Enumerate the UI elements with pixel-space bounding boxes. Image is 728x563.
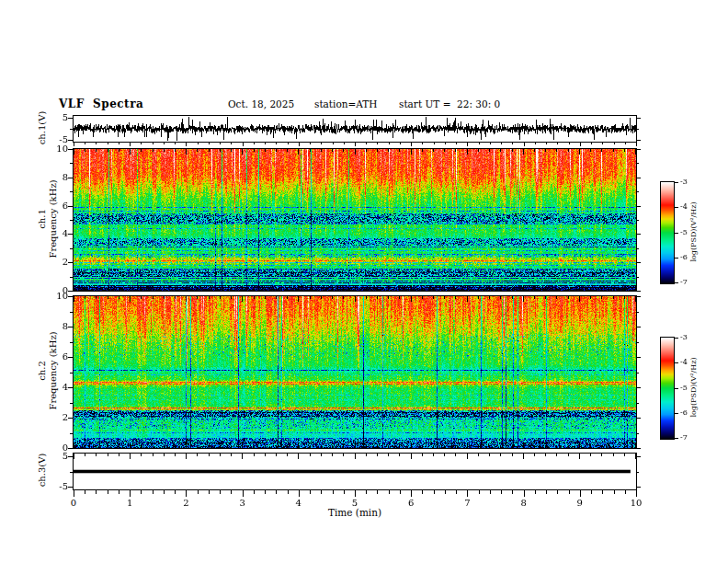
x-axis-tick: [456, 490, 457, 494]
x-axis-tick: [85, 142, 85, 144]
y-tick-label: 2: [46, 258, 68, 267]
x-axis-tick: [209, 142, 210, 144]
x-axis-tick: [164, 490, 165, 494]
page-title: VLF Spectra: [59, 98, 143, 110]
x-axis-tick: [96, 490, 97, 494]
colorbar-tick: [675, 362, 678, 363]
x-axis-tick: [243, 142, 244, 146]
vlf-spectra-figure: VLF Spectra Oct. 18, 2025 station=ATH st…: [0, 0, 728, 563]
y-axis-tick: [636, 327, 641, 327]
x-tick-label: 9: [569, 499, 591, 508]
x-axis-tick: [636, 142, 637, 146]
y-axis-tick: [636, 118, 641, 119]
y-axis-tick: [636, 220, 639, 221]
x-axis-tick: [231, 142, 232, 144]
x-tick-label: 1: [119, 499, 141, 508]
y-axis-tick: [68, 234, 73, 235]
y-axis-tick: [636, 163, 639, 164]
x-axis-tick: [400, 490, 401, 494]
station-label: station=ATH: [314, 98, 378, 109]
colorbar-1: [660, 181, 675, 284]
colorbar-tick: [675, 338, 678, 339]
x-axis-tick: [557, 490, 558, 494]
x-tick-label: 2: [175, 499, 197, 508]
x-axis-tick: [333, 490, 334, 494]
y-axis-tick: [636, 312, 639, 313]
x-axis-tick: [524, 142, 525, 146]
x-axis-tick: [198, 490, 199, 494]
ch1-spectrogram-canvas: [74, 149, 636, 291]
y-axis-tick: [68, 149, 73, 150]
x-axis-tick: [164, 142, 165, 144]
y-axis-tick: [70, 433, 73, 434]
x-axis-tick: [108, 142, 108, 144]
x-axis-tick: [344, 142, 345, 144]
x-axis-tick: [108, 490, 108, 494]
x-axis-label: Time (min): [309, 507, 401, 518]
x-tick-label: 5: [344, 499, 366, 508]
x-axis-tick: [535, 490, 536, 494]
y-axis-tick: [636, 373, 639, 373]
x-axis-tick: [422, 490, 423, 494]
x-axis-tick: [130, 142, 131, 146]
y-tick-label: 10: [46, 292, 68, 301]
y-axis-tick: [68, 291, 73, 292]
x-axis-tick: [254, 142, 255, 144]
x-tick-label: 0: [63, 499, 85, 508]
y-axis-tick: [70, 277, 73, 278]
y-axis-tick: [68, 418, 73, 419]
x-axis-tick: [198, 142, 199, 144]
ch1-waveform-panel: [73, 115, 637, 143]
x-axis-tick: [119, 142, 119, 144]
colorbar-tick-label: -4: [680, 203, 697, 211]
x-axis-tick: [614, 142, 615, 144]
x-axis-tick: [467, 490, 468, 497]
x-axis-tick: [546, 142, 547, 144]
y-axis-tick: [636, 296, 641, 297]
ch2-spectrogram-panel: [73, 295, 637, 449]
x-axis-tick: [276, 490, 277, 494]
y-axis-tick: [70, 129, 73, 130]
x-axis-tick: [434, 490, 435, 494]
y-axis-tick: [636, 248, 639, 249]
y-axis-tick: [70, 373, 73, 373]
y-axis-tick: [636, 448, 641, 449]
x-axis-tick: [479, 142, 480, 144]
colorbar-tick-label: -3: [680, 178, 697, 186]
x-axis-tick: [231, 490, 232, 494]
ch2-spectrogram-canvas: [74, 296, 636, 448]
x-axis-tick: [501, 142, 502, 144]
x-axis-tick: [456, 142, 457, 144]
colorbar-tick: [675, 413, 678, 414]
x-axis-tick: [141, 490, 142, 494]
x-axis-tick: [591, 142, 592, 144]
x-axis-tick: [310, 490, 311, 494]
colorbar-tick: [675, 233, 678, 234]
ch3-waveform-panel: [73, 453, 637, 490]
y-axis-tick: [68, 456, 73, 457]
x-axis-tick: [243, 490, 244, 497]
y-axis-tick: [68, 118, 73, 119]
y-tick-label: 8: [46, 322, 68, 331]
y-axis-tick: [70, 248, 73, 249]
colorbar-tick: [675, 438, 678, 439]
colorbar-tick: [675, 388, 678, 389]
y-axis-tick: [636, 357, 641, 358]
y-axis-tick: [68, 357, 73, 358]
y-axis-tick: [636, 262, 641, 263]
x-axis-tick: [591, 490, 592, 494]
x-axis-tick: [636, 490, 637, 497]
x-axis-tick: [96, 142, 97, 144]
x-axis-tick: [310, 142, 311, 144]
x-axis-tick: [265, 142, 266, 144]
x-axis-tick: [614, 490, 615, 494]
x-axis-tick: [524, 490, 525, 497]
y-axis-tick: [636, 178, 641, 178]
y-tick-label: 5: [46, 113, 68, 122]
y-axis-tick: [70, 163, 73, 164]
y-axis-tick: [68, 262, 73, 263]
x-axis-tick: [366, 490, 367, 494]
y-axis-tick: [636, 342, 639, 343]
y-axis-tick: [68, 296, 73, 297]
y-axis-tick: [636, 487, 641, 488]
